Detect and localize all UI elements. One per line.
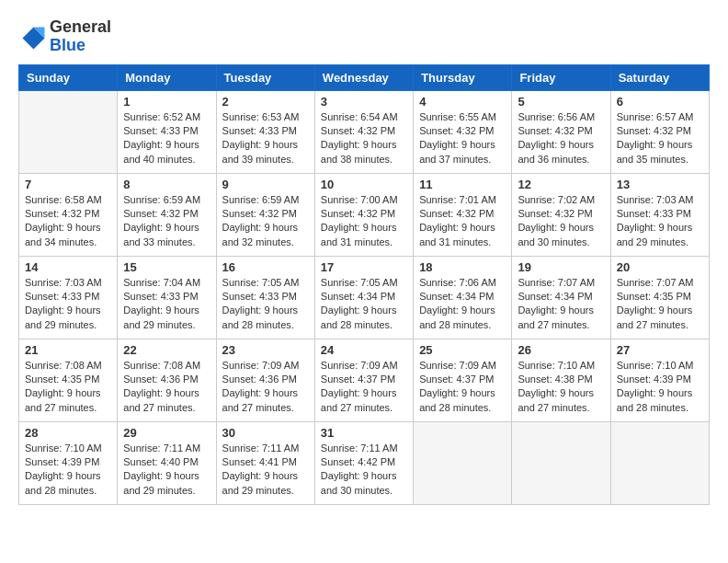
calendar-cell: 21Sunrise: 7:08 AMSunset: 4:35 PMDayligh… — [19, 339, 118, 421]
calendar-cell: 23Sunrise: 7:09 AMSunset: 4:36 PMDayligh… — [216, 339, 314, 421]
day-number: 13 — [617, 178, 703, 191]
day-number: 14 — [25, 260, 111, 274]
calendar-cell: 16Sunrise: 7:05 AMSunset: 4:33 PMDayligh… — [216, 256, 314, 339]
day-number: 31 — [321, 426, 407, 440]
day-number: 9 — [222, 178, 309, 191]
cell-details: Sunrise: 7:01 AMSunset: 4:32 PMDaylight:… — [419, 193, 506, 250]
calendar-table: SundayMondayTuesdayWednesdayThursdayFrid… — [18, 64, 710, 505]
cell-details: Sunrise: 7:09 AMSunset: 4:36 PMDaylight:… — [222, 359, 309, 416]
day-header-monday: Monday — [118, 64, 216, 90]
calendar-cell: 13Sunrise: 7:03 AMSunset: 4:33 PMDayligh… — [610, 173, 709, 256]
cell-details: Sunrise: 7:10 AMSunset: 4:38 PMDaylight:… — [518, 359, 604, 416]
calendar-cell: 24Sunrise: 7:09 AMSunset: 4:37 PMDayligh… — [314, 339, 413, 421]
header: General Blue — [18, 18, 710, 55]
cell-details: Sunrise: 6:54 AMSunset: 4:32 PMDaylight:… — [321, 110, 407, 167]
calendar-cell — [414, 421, 512, 504]
day-number: 15 — [123, 260, 210, 274]
calendar-cell: 1Sunrise: 6:52 AMSunset: 4:33 PMDaylight… — [118, 90, 216, 173]
calendar-cell: 18Sunrise: 7:06 AMSunset: 4:34 PMDayligh… — [414, 256, 512, 339]
day-number: 25 — [419, 343, 506, 357]
day-number: 7 — [25, 178, 111, 191]
cell-details: Sunrise: 6:56 AMSunset: 4:32 PMDaylight:… — [518, 110, 604, 167]
day-number: 30 — [222, 426, 309, 440]
calendar-cell: 12Sunrise: 7:02 AMSunset: 4:32 PMDayligh… — [512, 173, 610, 256]
day-number: 19 — [518, 260, 604, 274]
week-row-3: 14Sunrise: 7:03 AMSunset: 4:33 PMDayligh… — [19, 256, 710, 339]
calendar-cell: 30Sunrise: 7:11 AMSunset: 4:41 PMDayligh… — [216, 421, 314, 504]
cell-details: Sunrise: 7:08 AMSunset: 4:35 PMDaylight:… — [25, 359, 111, 416]
day-number: 5 — [518, 95, 604, 109]
calendar-cell: 4Sunrise: 6:55 AMSunset: 4:32 PMDaylight… — [414, 90, 512, 173]
day-header-sunday: Sunday — [19, 64, 118, 90]
day-number: 11 — [419, 178, 506, 191]
day-number: 3 — [321, 95, 407, 109]
calendar-cell: 14Sunrise: 7:03 AMSunset: 4:33 PMDayligh… — [19, 256, 118, 339]
calendar-cell: 15Sunrise: 7:04 AMSunset: 4:33 PMDayligh… — [118, 256, 216, 339]
calendar-cell: 6Sunrise: 6:57 AMSunset: 4:32 PMDaylight… — [610, 90, 709, 173]
week-row-1: 1Sunrise: 6:52 AMSunset: 4:33 PMDaylight… — [19, 90, 710, 173]
calendar-cell: 22Sunrise: 7:08 AMSunset: 4:36 PMDayligh… — [118, 339, 216, 421]
day-header-tuesday: Tuesday — [216, 64, 314, 90]
calendar-cell: 29Sunrise: 7:11 AMSunset: 4:40 PMDayligh… — [118, 421, 216, 504]
calendar-cell: 3Sunrise: 6:54 AMSunset: 4:32 PMDaylight… — [314, 90, 413, 173]
cell-details: Sunrise: 6:53 AMSunset: 4:33 PMDaylight:… — [222, 110, 309, 167]
week-row-2: 7Sunrise: 6:58 AMSunset: 4:32 PMDaylight… — [19, 173, 710, 256]
calendar-cell: 7Sunrise: 6:58 AMSunset: 4:32 PMDaylight… — [19, 173, 118, 256]
cell-details: Sunrise: 7:11 AMSunset: 4:40 PMDaylight:… — [123, 442, 210, 499]
cell-details: Sunrise: 7:11 AMSunset: 4:42 PMDaylight:… — [321, 442, 407, 499]
calendar-cell: 31Sunrise: 7:11 AMSunset: 4:42 PMDayligh… — [314, 421, 413, 504]
day-number: 21 — [25, 343, 111, 357]
cell-details: Sunrise: 6:55 AMSunset: 4:32 PMDaylight:… — [419, 110, 506, 167]
day-number: 18 — [419, 260, 506, 274]
cell-details: Sunrise: 7:10 AMSunset: 4:39 PMDaylight:… — [617, 359, 703, 416]
cell-details: Sunrise: 7:05 AMSunset: 4:33 PMDaylight:… — [222, 276, 309, 333]
cell-details: Sunrise: 7:07 AMSunset: 4:34 PMDaylight:… — [518, 276, 604, 333]
calendar-cell — [512, 421, 610, 504]
day-header-friday: Friday — [512, 64, 610, 90]
week-row-5: 28Sunrise: 7:10 AMSunset: 4:39 PMDayligh… — [19, 421, 710, 504]
cell-details: Sunrise: 6:52 AMSunset: 4:33 PMDaylight:… — [123, 110, 210, 167]
day-number: 29 — [123, 426, 210, 440]
cell-details: Sunrise: 6:58 AMSunset: 4:32 PMDaylight:… — [25, 193, 111, 250]
day-number: 23 — [222, 343, 309, 357]
calendar-cell — [19, 90, 118, 173]
day-number: 1 — [123, 95, 210, 109]
cell-details: Sunrise: 7:10 AMSunset: 4:39 PMDaylight:… — [25, 442, 111, 499]
day-header-wednesday: Wednesday — [314, 64, 413, 90]
cell-details: Sunrise: 7:02 AMSunset: 4:32 PMDaylight:… — [518, 193, 604, 250]
cell-details: Sunrise: 7:03 AMSunset: 4:33 PMDaylight:… — [25, 276, 111, 333]
day-number: 22 — [123, 343, 210, 357]
day-number: 20 — [617, 260, 703, 274]
day-number: 4 — [419, 95, 506, 109]
calendar-cell: 19Sunrise: 7:07 AMSunset: 4:34 PMDayligh… — [512, 256, 610, 339]
cell-details: Sunrise: 7:00 AMSunset: 4:32 PMDaylight:… — [321, 193, 407, 250]
day-number: 8 — [123, 178, 210, 191]
day-number: 16 — [222, 260, 309, 274]
week-row-4: 21Sunrise: 7:08 AMSunset: 4:35 PMDayligh… — [19, 339, 710, 421]
calendar-header-row: SundayMondayTuesdayWednesdayThursdayFrid… — [19, 64, 710, 90]
day-header-thursday: Thursday — [414, 64, 512, 90]
calendar-cell: 5Sunrise: 6:56 AMSunset: 4:32 PMDaylight… — [512, 90, 610, 173]
cell-details: Sunrise: 6:57 AMSunset: 4:32 PMDaylight:… — [617, 110, 703, 167]
calendar-body: 1Sunrise: 6:52 AMSunset: 4:33 PMDaylight… — [19, 90, 710, 504]
day-number: 12 — [518, 178, 604, 191]
cell-details: Sunrise: 7:07 AMSunset: 4:35 PMDaylight:… — [617, 276, 703, 333]
day-number: 10 — [321, 178, 407, 191]
calendar-cell: 28Sunrise: 7:10 AMSunset: 4:39 PMDayligh… — [19, 421, 118, 504]
calendar-cell: 27Sunrise: 7:10 AMSunset: 4:39 PMDayligh… — [610, 339, 709, 421]
calendar-cell: 2Sunrise: 6:53 AMSunset: 4:33 PMDaylight… — [216, 90, 314, 173]
calendar-cell: 26Sunrise: 7:10 AMSunset: 4:38 PMDayligh… — [512, 339, 610, 421]
day-number: 27 — [617, 343, 703, 357]
calendar-cell: 10Sunrise: 7:00 AMSunset: 4:32 PMDayligh… — [314, 173, 413, 256]
calendar-cell: 20Sunrise: 7:07 AMSunset: 4:35 PMDayligh… — [610, 256, 709, 339]
cell-details: Sunrise: 7:08 AMSunset: 4:36 PMDaylight:… — [123, 359, 210, 416]
cell-details: Sunrise: 7:04 AMSunset: 4:33 PMDaylight:… — [123, 276, 210, 333]
calendar-cell: 9Sunrise: 6:59 AMSunset: 4:32 PMDaylight… — [216, 173, 314, 256]
day-number: 2 — [222, 95, 309, 109]
logo-icon — [18, 23, 46, 51]
logo-text: General Blue — [50, 18, 111, 55]
cell-details: Sunrise: 7:06 AMSunset: 4:34 PMDaylight:… — [419, 276, 506, 333]
calendar-cell: 17Sunrise: 7:05 AMSunset: 4:34 PMDayligh… — [314, 256, 413, 339]
cell-details: Sunrise: 6:59 AMSunset: 4:32 PMDaylight:… — [222, 193, 309, 250]
cell-details: Sunrise: 7:09 AMSunset: 4:37 PMDaylight:… — [419, 359, 506, 416]
